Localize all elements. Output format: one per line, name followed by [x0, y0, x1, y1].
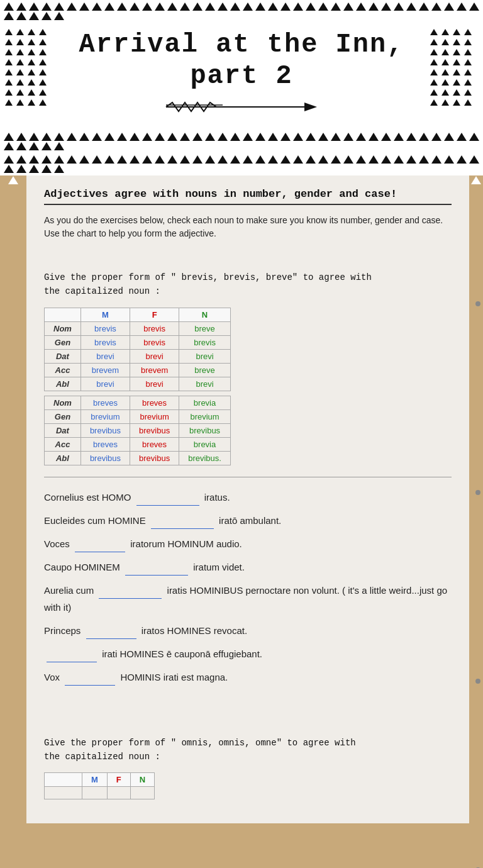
triangle — [293, 3, 303, 11]
triangle — [394, 133, 404, 141]
case-abl-sg: Abl — [45, 377, 81, 391]
triangle — [28, 39, 35, 45]
triangle — [180, 133, 190, 141]
table-row: Acc breves breves brevia — [45, 437, 231, 451]
cell-abl-pl-n: brevibus. — [179, 451, 231, 465]
blank-8[interactable] — [65, 674, 115, 686]
sentence-5-before: Aurelia cum — [44, 585, 94, 596]
blank-4[interactable] — [125, 564, 188, 576]
omnis-col-m: M — [82, 773, 108, 787]
triangle — [356, 3, 366, 11]
blank-7[interactable] — [47, 651, 97, 662]
cell-acc-sg-n: breve — [179, 363, 231, 377]
cell-dat-pl-f: brevibus — [130, 423, 179, 437]
triangle — [39, 59, 47, 65]
sentence-2: Eucleides cum HOMINE iratō ambulant. — [44, 512, 452, 529]
triangle — [464, 29, 472, 35]
blank-3[interactable] — [75, 541, 125, 552]
triangle — [453, 89, 460, 96]
triangle — [16, 99, 24, 106]
triangle — [331, 155, 341, 164]
sentence-1-before: Cornelius est HOMO — [44, 492, 131, 503]
case-dat-pl: Dat — [45, 423, 81, 437]
triangle — [54, 155, 64, 164]
col-header-m: M — [80, 308, 130, 321]
sentence-6: Princeps iratos HOMINES revocat. — [44, 622, 452, 639]
triangle — [54, 142, 64, 150]
triangle — [431, 155, 441, 164]
title-area: Arrival at the Inn, part 2 — [58, 23, 425, 130]
table-row: Dat brevibus brevibus brevibus — [45, 423, 231, 437]
triangle — [268, 155, 278, 164]
triangle — [29, 165, 39, 173]
triangle — [453, 99, 460, 106]
triangle — [441, 59, 449, 65]
triangle — [67, 133, 77, 141]
cell-acc-pl-n: brevia — [179, 437, 231, 451]
exercise2-prompt: Give the proper form of " omnis, omnis, … — [44, 736, 452, 764]
triangle — [218, 155, 228, 164]
omnis-cell — [45, 787, 82, 799]
exercise1-prompt: Give the proper form of " brevis, brevis… — [44, 270, 452, 299]
blank-5[interactable] — [99, 587, 162, 599]
blank-1[interactable] — [136, 494, 199, 506]
triangle — [431, 3, 441, 11]
triangle — [430, 89, 438, 96]
triangle — [39, 39, 47, 45]
page-title-line1: Arrival at the Inn, — [58, 29, 425, 60]
triangle — [469, 3, 479, 11]
triangle — [255, 3, 265, 11]
cell-nom-pl-n: brevia — [179, 396, 231, 409]
triangle — [369, 3, 379, 11]
triangle — [218, 133, 228, 141]
triangle — [5, 69, 13, 75]
triangle — [441, 79, 449, 86]
triangle — [318, 155, 328, 164]
triangle — [42, 12, 52, 20]
blank-6[interactable] — [86, 628, 136, 639]
cell-gen-pl-f: brevium — [130, 409, 179, 423]
svg-marker-2 — [304, 103, 317, 111]
triangle — [16, 165, 26, 173]
triangle — [230, 133, 240, 141]
cell-nom-sg-f: brevis — [130, 321, 179, 335]
sentence-3-before: Voces — [44, 538, 70, 549]
triangle — [394, 3, 404, 11]
triangle — [29, 12, 39, 20]
triangle — [280, 155, 291, 164]
blank-2[interactable] — [151, 518, 214, 529]
triangle — [457, 133, 467, 141]
triangle — [16, 142, 26, 150]
omnis-cell-f — [107, 787, 130, 799]
left-margin — [0, 175, 26, 824]
sentence-1: Cornelius est HOMO iratus. — [44, 489, 452, 506]
intro-text: As you do the exercises below, check eac… — [44, 214, 452, 240]
triangle — [16, 39, 24, 45]
triangle — [218, 3, 228, 11]
triangle — [4, 3, 14, 11]
cell-dat-sg-n: brevi — [179, 349, 231, 363]
triangle — [67, 155, 77, 164]
triangle — [16, 59, 24, 65]
triangle — [16, 133, 26, 141]
triangle — [192, 133, 203, 141]
triangle — [192, 3, 203, 11]
col-header-n: N — [179, 308, 231, 321]
triangle — [28, 29, 35, 35]
decorative-dot — [475, 679, 480, 684]
triangle — [453, 69, 460, 75]
omnis-col-n: N — [130, 773, 154, 787]
triangle — [457, 155, 467, 164]
triangle — [92, 133, 102, 141]
triangle — [155, 133, 165, 141]
triangle — [67, 3, 77, 11]
triangle — [430, 79, 438, 86]
case-nom-pl: Nom — [45, 396, 81, 409]
triangle — [142, 155, 152, 164]
sentence-8-after: HOMINIS irati est magna. — [120, 672, 228, 682]
triangle — [16, 49, 24, 55]
triangle — [130, 155, 140, 164]
case-gen-sg: Gen — [45, 335, 81, 349]
triangle — [464, 69, 472, 75]
cell-dat-sg-f: brevi — [130, 349, 179, 363]
